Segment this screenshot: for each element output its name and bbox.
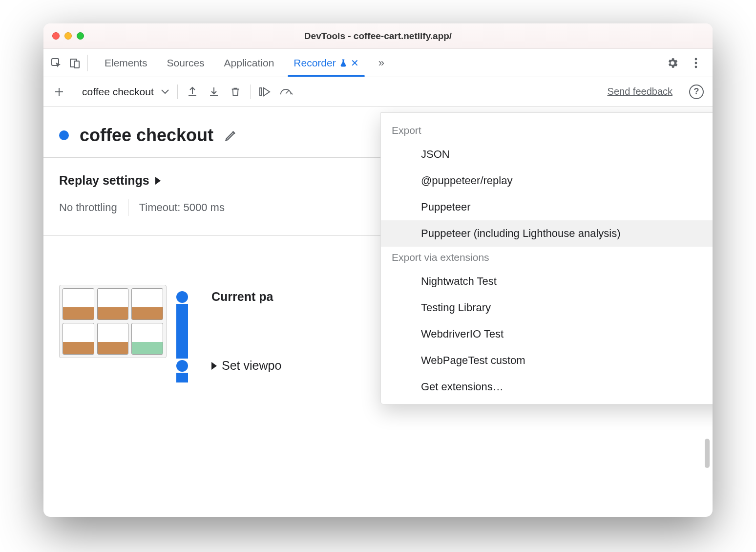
recording-selector-label: coffee checkout: [82, 86, 154, 98]
export-testing-library[interactable]: Testing Library: [381, 295, 713, 321]
svg-rect-2: [74, 61, 79, 68]
throttling-value: No throttling: [59, 201, 117, 214]
tab-elements[interactable]: Elements: [95, 49, 157, 77]
recording-selector[interactable]: coffee checkout: [82, 86, 169, 98]
export-puppeteer[interactable]: Puppeteer: [381, 194, 713, 220]
traffic-lights: [52, 32, 84, 40]
export-puppeteer-lighthouse[interactable]: Puppeteer (including Lighthouse analysis…: [381, 220, 713, 247]
settings-icon[interactable]: [666, 56, 679, 70]
titlebar: DevTools - coffee-cart.netlify.app/: [43, 23, 713, 49]
step-current-page[interactable]: Current pa: [211, 290, 273, 304]
svg-point-5: [695, 65, 697, 68]
step-set-viewport[interactable]: Set viewpo: [211, 359, 281, 373]
page-thumbnail: [59, 285, 167, 358]
add-recording-button[interactable]: [52, 85, 66, 99]
maximize-window-button[interactable]: [77, 32, 84, 40]
delete-icon[interactable]: [229, 85, 242, 99]
recorder-toolbar: coffee checkout Send feedback ?: [43, 77, 713, 106]
timeline-node: [176, 360, 188, 372]
svg-rect-6: [260, 88, 261, 96]
window-title: DevTools - coffee-cart.netlify.app/: [43, 31, 713, 42]
tab-recorder[interactable]: Recorder ✕: [284, 49, 368, 77]
export-icon[interactable]: [186, 85, 199, 99]
export-nightwatch[interactable]: Nightwatch Test: [381, 268, 713, 295]
close-tab-icon[interactable]: ✕: [351, 57, 359, 69]
close-window-button[interactable]: [52, 32, 60, 40]
svg-point-3: [695, 58, 697, 60]
send-feedback-link[interactable]: Send feedback: [608, 86, 672, 97]
export-webdriverio[interactable]: WebdriverIO Test: [381, 321, 713, 347]
chevron-double-right-icon: »: [378, 57, 384, 69]
chevron-down-icon: [161, 89, 169, 95]
tab-application[interactable]: Application: [214, 49, 284, 77]
kebab-menu-icon[interactable]: [689, 56, 703, 70]
export-dropdown: Export JSON @puppeteer/replay Puppeteer …: [380, 112, 713, 404]
export-section-label: Export: [381, 120, 713, 141]
tab-sources[interactable]: Sources: [157, 49, 214, 77]
svg-point-4: [695, 62, 697, 64]
caret-right-icon: [211, 362, 217, 370]
edit-title-icon[interactable]: [224, 128, 238, 142]
more-tabs-button[interactable]: »: [369, 49, 394, 77]
recording-title: coffee checkout: [80, 125, 213, 146]
recorder-content: coffee checkout Replay settings No throt…: [43, 106, 713, 517]
export-extensions-section-label: Export via extensions: [381, 247, 713, 268]
devtools-tabbar: Elements Sources Application Recorder ✕ …: [43, 49, 713, 77]
recording-status-dot: [59, 130, 69, 140]
help-icon[interactable]: ?: [689, 85, 704, 99]
experiment-icon: [339, 59, 348, 67]
export-json[interactable]: JSON: [381, 141, 713, 168]
step-icon[interactable]: [258, 85, 272, 99]
devtools-window: DevTools - coffee-cart.netlify.app/ Elem…: [43, 23, 713, 517]
replay-settings-label: Replay settings: [59, 173, 149, 188]
scrollbar-thumb[interactable]: [705, 439, 710, 468]
caret-right-icon: [155, 177, 161, 185]
replay-speed-icon[interactable]: [280, 85, 294, 99]
timeout-value: Timeout: 5000 ms: [139, 201, 225, 214]
device-toggle-icon[interactable]: [68, 56, 82, 70]
timeline-node: [176, 291, 188, 303]
export-webpagetest[interactable]: WebPageTest custom: [381, 347, 713, 374]
export-get-extensions[interactable]: Get extensions…: [381, 374, 713, 400]
minimize-window-button[interactable]: [64, 32, 72, 40]
inspect-icon[interactable]: [49, 56, 63, 70]
export-puppeteer-replay[interactable]: @puppeteer/replay: [381, 168, 713, 194]
import-icon[interactable]: [207, 85, 221, 99]
